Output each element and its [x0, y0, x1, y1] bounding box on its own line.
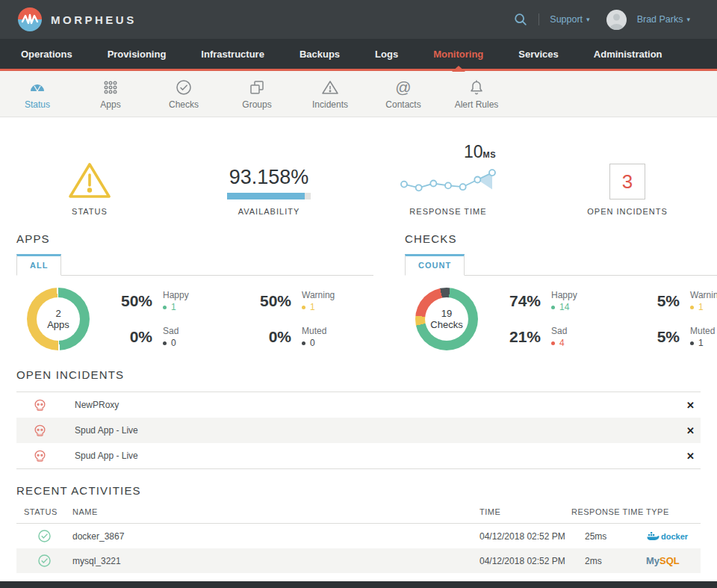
- success-check-icon: [37, 554, 52, 568]
- subnav-label: Apps: [100, 99, 120, 110]
- open-incidents-title: OPEN INCIDENTS: [16, 368, 701, 381]
- close-incident-button[interactable]: ✕: [686, 451, 701, 462]
- nav-item-infrastructure[interactable]: Infrastructure: [201, 39, 264, 69]
- subnav-item-alert-rules[interactable]: Alert Rules: [450, 78, 503, 110]
- nav-item-operations[interactable]: Operations: [21, 39, 72, 69]
- open-incidents-box: 3: [609, 164, 645, 199]
- activity-row[interactable]: docker_3867 04/12/2018 02:52 PM 25ms doc…: [16, 524, 701, 548]
- incident-row[interactable]: NewPRoxy ✕: [16, 392, 701, 418]
- apps-count-label: Apps: [47, 319, 69, 330]
- support-menu[interactable]: Support ▾: [550, 14, 589, 25]
- apps-donut-chart: 2 Apps: [27, 288, 90, 350]
- stat-warning: Warning 1: [690, 290, 717, 312]
- brand[interactable]: MORPHEUS: [18, 7, 137, 31]
- status-dot: [551, 341, 555, 345]
- subnav-label: Status: [25, 99, 50, 110]
- stat-count-value: 14: [559, 302, 569, 312]
- recent-activities-title: RECENT ACTIVITIES: [16, 484, 701, 497]
- user-name: Brad Parks: [637, 14, 683, 25]
- checks-tabs: COUNT: [405, 254, 717, 276]
- chevron-down-icon: ▾: [586, 16, 590, 23]
- brand-name: MORPHEUS: [51, 13, 137, 26]
- stat-label: Warning: [302, 290, 373, 300]
- incident-row[interactable]: Spud App - Live ✕: [16, 418, 701, 443]
- stat-label: Happy: [163, 290, 235, 300]
- activity-time: 04/12/2018 02:52 PM: [479, 556, 571, 566]
- subnav-label: Alert Rules: [455, 99, 499, 110]
- open-incidents-table: NewPRoxy ✕ Spud App - Live ✕ Spud App - …: [16, 392, 701, 469]
- incident-row[interactable]: Spud App - Live ✕: [16, 443, 701, 468]
- nav-item-logs[interactable]: Logs: [375, 39, 398, 69]
- subnav-label: Groups: [242, 99, 271, 110]
- availability-progress-bar: [227, 193, 311, 199]
- close-incident-button[interactable]: ✕: [686, 425, 701, 436]
- mysql-logo-sql: SQL: [659, 555, 680, 566]
- nav-item-services[interactable]: Services: [518, 39, 559, 69]
- activity-row[interactable]: mysql_3221 04/12/2018 02:52 PM 2ms MySQL: [16, 548, 701, 573]
- apps-count: 2: [55, 308, 60, 319]
- subnav-item-groups[interactable]: Groups: [230, 78, 284, 110]
- stat-percent: 5%: [633, 292, 680, 310]
- apps-donut-center: 2 Apps: [37, 297, 80, 341]
- stat-count-value: 1: [698, 338, 704, 348]
- column-type: TYPE: [646, 507, 701, 516]
- monitoring-subnav: Status Apps Checks Groups Incidents: [0, 71, 717, 117]
- stat-count-value: 1: [310, 302, 315, 312]
- mysql-logo: MySQL: [646, 555, 701, 566]
- nav-item-backups[interactable]: Backups: [299, 39, 340, 69]
- stat-percent: 5%: [633, 328, 680, 346]
- nav-item-administration[interactable]: Administration: [594, 39, 662, 69]
- subnav-item-status[interactable]: Status: [10, 78, 64, 110]
- close-incident-button[interactable]: ✕: [686, 400, 701, 411]
- incident-name: Spud App - Live: [63, 451, 671, 461]
- subnav-item-incidents[interactable]: Incidents: [303, 78, 357, 110]
- stat-muted: Muted 1: [690, 326, 717, 348]
- column-name: NAME: [72, 507, 479, 516]
- summary-response-time: 10MS RESPONSE TIME: [358, 135, 538, 216]
- stat-sad: Sad 4: [551, 326, 623, 348]
- apps-body: 2 Apps 50% Happy 1 50% Warning 1 0%: [16, 288, 373, 350]
- activities-table-header: STATUS NAME TIME RESPONSE TIME TYPE: [16, 507, 701, 524]
- recent-activities-section: RECENT ACTIVITIES STATUS NAME TIME RESPO…: [0, 484, 717, 573]
- stat-label: Warning: [690, 290, 717, 300]
- checks-body: 19 Checks 74% Happy 14 5% Warning 1 2: [405, 288, 717, 350]
- column-response-time: RESPONSE TIME: [571, 507, 646, 516]
- stat-label: Happy: [551, 290, 623, 300]
- status-summary: STATUS 93.158% AVAILABILITY 10MS RESPONS…: [0, 117, 717, 220]
- subnav-label: Incidents: [312, 99, 348, 110]
- activity-response-time: 25ms: [571, 531, 646, 542]
- nav-item-label: Monitoring: [433, 49, 483, 60]
- tab-all[interactable]: ALL: [16, 254, 61, 276]
- stat-label: Muted: [690, 326, 717, 336]
- nav-item-provisioning[interactable]: Provisioning: [108, 39, 167, 69]
- user-menu[interactable]: Brad Parks ▾: [637, 14, 690, 25]
- column-time: TIME: [479, 507, 571, 516]
- checks-count: 19: [441, 308, 452, 319]
- stat-count-value: 0: [310, 338, 315, 348]
- success-check-icon: [37, 529, 52, 543]
- response-time-sparkline: [399, 162, 497, 199]
- summary-availability: 93.158% AVAILABILITY: [179, 135, 358, 216]
- subnav-item-contacts[interactable]: @ Contacts: [376, 78, 430, 110]
- subnav-item-apps[interactable]: Apps: [84, 78, 137, 110]
- incident-name: Spud App - Live: [63, 425, 671, 436]
- subnav-item-checks[interactable]: Checks: [157, 78, 211, 110]
- open-incidents-count: 3: [622, 170, 633, 194]
- avatar[interactable]: [606, 10, 627, 30]
- nav-item-monitoring[interactable]: Monitoring: [433, 39, 483, 69]
- apps-panel: APPS ALL 2 Apps 50% Happy 1 50%: [0, 226, 388, 350]
- stat-muted: Muted 0: [302, 326, 373, 348]
- stat-sad: Sad 0: [163, 326, 235, 348]
- availability-progress-fill: [227, 193, 305, 199]
- stat-percent: 50%: [106, 292, 152, 310]
- topbar-actions: Support ▾ Brad Parks ▾: [513, 10, 690, 30]
- stacked-squares-icon: [248, 78, 266, 97]
- status-label: STATUS: [72, 207, 108, 216]
- search-icon[interactable]: [513, 12, 528, 27]
- at-sign-icon: @: [395, 78, 411, 97]
- tab-count[interactable]: COUNT: [405, 254, 465, 276]
- status-dot: [302, 341, 305, 345]
- docker-logo-text: docker: [661, 532, 688, 541]
- support-label: Support: [550, 14, 583, 25]
- stat-count-value: 0: [171, 338, 176, 348]
